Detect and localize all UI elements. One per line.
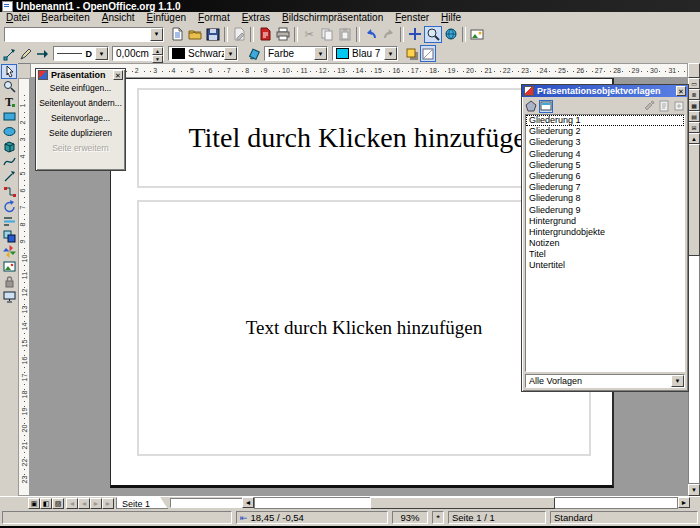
menu-hilfe[interactable]: Hilfe xyxy=(435,12,467,24)
menu-ansicht[interactable]: Ansicht xyxy=(96,12,141,24)
fill-color-dropdown-icon[interactable]: ▼ xyxy=(384,47,397,60)
vertical-ruler[interactable]: 1234567891011121314151617181920212223 xyxy=(18,78,30,496)
style-item[interactable]: Gliederung 4 xyxy=(526,149,684,160)
style-item[interactable]: Gliederung 3 xyxy=(526,137,684,148)
presentation-icon[interactable] xyxy=(1,289,17,304)
style-item[interactable]: Gliederung 5 xyxy=(526,160,684,171)
shadow-icon[interactable] xyxy=(404,45,420,62)
rectangle-tool-icon[interactable] xyxy=(1,109,17,124)
print-icon[interactable] xyxy=(274,26,292,43)
page-mode-button[interactable]: ▣ xyxy=(28,498,40,509)
hyperlink-icon[interactable] xyxy=(442,26,460,43)
zoom-icon[interactable] xyxy=(424,26,442,43)
fill-can-icon[interactable] xyxy=(246,45,262,62)
pen-icon[interactable] xyxy=(18,45,34,62)
drawing-view-button[interactable]: ▭ xyxy=(688,78,700,89)
arrange-icon[interactable] xyxy=(1,229,17,244)
presentation-styles-icon[interactable] xyxy=(539,100,553,113)
line-color-select[interactable]: Schwarz ▼ xyxy=(168,46,238,61)
url-dropdown-icon[interactable]: ▼ xyxy=(150,28,163,41)
scroll-down-icon[interactable]: ▼ xyxy=(688,484,700,496)
master-mode-button[interactable]: ◧ xyxy=(40,498,52,509)
connector-icon[interactable] xyxy=(1,184,17,199)
alignment-icon[interactable] xyxy=(1,214,17,229)
new-document-icon[interactable] xyxy=(168,26,186,43)
ellipse-tool-icon[interactable] xyxy=(1,124,17,139)
style-item[interactable]: Untertitel xyxy=(526,260,684,271)
3d-objects-icon[interactable] xyxy=(1,139,17,154)
last-page-icon[interactable]: ► xyxy=(102,498,114,509)
line-style-select[interactable]: D ▼ xyxy=(53,46,109,61)
menu-einfuegen[interactable]: Einfügen xyxy=(141,12,192,24)
line-style-dropdown-icon[interactable]: ▼ xyxy=(95,47,108,60)
scroll-left-icon[interactable]: ◄ xyxy=(242,497,254,508)
style-item[interactable]: Gliederung 7 xyxy=(526,182,684,193)
style-list[interactable]: Gliederung 1 Gliederung 2 Gliederung 3 G… xyxy=(525,114,685,372)
fill-type-dropdown-icon[interactable]: ▼ xyxy=(314,47,327,60)
status-page-field[interactable]: Seite 1 / 1 xyxy=(448,511,546,524)
status-style-field[interactable]: Standard xyxy=(550,511,698,524)
style-item[interactable]: Gliederung 1 xyxy=(526,115,684,126)
presentation-window-titlebar[interactable]: Präsentation ✕ xyxy=(36,69,125,81)
line-width-spin-buttons[interactable]: ▲▼ xyxy=(152,47,163,60)
previous-page-icon[interactable]: ◄ xyxy=(78,498,90,509)
curve-tool-icon[interactable] xyxy=(1,154,17,169)
next-page-icon[interactable]: ► xyxy=(90,498,102,509)
fill-color-select[interactable]: Blau 7 ▼ xyxy=(332,46,398,61)
vertical-scrollbar[interactable]: ▭ ≣ ▦ ▤ ⊞ ▲ ▼ xyxy=(688,78,700,496)
cut-icon[interactable]: ✂ xyxy=(300,26,318,43)
insert-slide-item[interactable]: Seite einfügen... xyxy=(36,81,125,96)
style-filter-select[interactable]: Alle Vorlagen ▼ xyxy=(525,374,685,388)
interaction-icon[interactable] xyxy=(1,274,17,289)
rotation-mode-icon[interactable] xyxy=(420,45,436,62)
redo-icon[interactable] xyxy=(380,26,398,43)
horizontal-scroll-thumb[interactable] xyxy=(370,497,555,509)
rotate-icon[interactable] xyxy=(1,199,17,214)
modify-layout-item[interactable]: Seitenlayout ändern... xyxy=(36,96,125,111)
handout-view-button[interactable]: ⊞ xyxy=(688,122,700,133)
close-icon[interactable]: ✕ xyxy=(676,86,686,96)
scroll-up-icon[interactable]: ▲ xyxy=(688,133,700,144)
gallery-icon[interactable] xyxy=(468,26,486,43)
new-style-icon[interactable] xyxy=(657,100,671,113)
slide-view-button[interactable]: ▦ xyxy=(688,100,700,111)
zoom-tool-icon[interactable] xyxy=(1,79,17,94)
style-item[interactable]: Gliederung 9 xyxy=(526,205,684,216)
style-item[interactable]: Hintergrund xyxy=(526,216,684,227)
first-page-icon[interactable]: ◄ xyxy=(66,498,78,509)
style-item[interactable]: Gliederung 8 xyxy=(526,193,684,204)
paste-icon[interactable] xyxy=(336,26,354,43)
fill-format-mode-icon[interactable] xyxy=(642,100,656,113)
url-value[interactable] xyxy=(5,28,150,41)
effects-icon[interactable] xyxy=(1,244,17,259)
fill-type-select[interactable]: Farbe ▼ xyxy=(264,46,328,61)
text-tool-icon[interactable]: T xyxy=(1,94,17,109)
menu-format[interactable]: Format xyxy=(192,12,236,24)
style-item[interactable]: Gliederung 6 xyxy=(526,171,684,182)
outline-view-button[interactable]: ≣ xyxy=(688,89,700,100)
insert-icon[interactable] xyxy=(1,259,17,274)
line-color-dropdown-icon[interactable]: ▼ xyxy=(224,47,237,60)
vertical-scroll-thumb[interactable] xyxy=(688,144,700,256)
style-item[interactable]: Hintergrundobjekte xyxy=(526,227,684,238)
navigator-icon[interactable] xyxy=(406,26,424,43)
scroll-right-icon[interactable]: ► xyxy=(678,497,690,508)
line-width-spinner[interactable]: 0,00cm ▲▼ xyxy=(112,46,164,61)
style-item[interactable]: Titel xyxy=(526,249,684,260)
graphics-styles-icon[interactable] xyxy=(524,100,538,113)
menu-bearbeiten[interactable]: Bearbeiten xyxy=(35,12,95,24)
url-combobox[interactable]: ▼ xyxy=(4,27,164,42)
menu-bildschirmpraesentation[interactable]: Bildschirmpräsentation xyxy=(276,12,389,24)
lines-arrows-icon[interactable] xyxy=(1,169,17,184)
style-item[interactable]: Gliederung 2 xyxy=(526,126,684,137)
layer-mode-button[interactable]: ▨ xyxy=(52,498,64,509)
title-bar[interactable]: Unbenannt1 - OpenOffice.org 1.1.0 xyxy=(0,0,700,12)
stylist-titlebar[interactable]: Präsentationsobjektvorlagen ✕ xyxy=(522,85,688,97)
page-tab[interactable]: Seite 1 xyxy=(116,497,168,509)
notes-view-button[interactable]: ▤ xyxy=(688,111,700,122)
menu-extras[interactable]: Extras xyxy=(236,12,276,24)
arrow-ends-icon[interactable] xyxy=(34,45,50,62)
menu-fenster[interactable]: Fenster xyxy=(389,12,435,24)
undo-icon[interactable] xyxy=(362,26,380,43)
style-filter-dropdown-icon[interactable]: ▼ xyxy=(671,375,684,387)
